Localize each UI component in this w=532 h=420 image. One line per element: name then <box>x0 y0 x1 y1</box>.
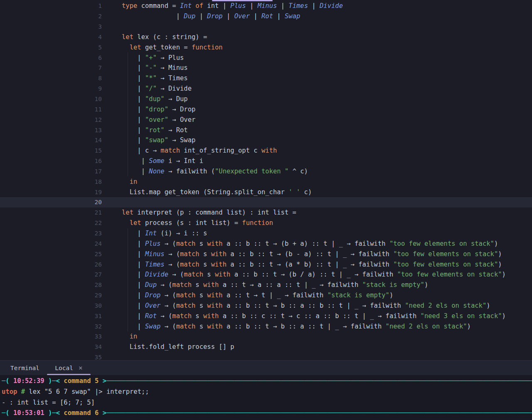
token: | <box>122 95 145 103</box>
code-line[interactable]: 19 List.map get_token (String.split_on_c… <box>0 187 532 197</box>
code-editor[interactable]: 1type command = Int of int | Plus | Minu… <box>0 0 532 360</box>
code-text: | Times → (match s with a :: b :: t → (a… <box>102 261 502 268</box>
code-line[interactable]: 31 | Rot → (match s with a :: b :: c :: … <box>0 311 532 321</box>
code-line[interactable]: 6 | "+" → Plus <box>0 52 532 63</box>
code-text: | Minus → (match s with a :: b :: t → (b… <box>102 250 502 258</box>
code-line[interactable]: 3 <box>0 22 532 32</box>
token: 10:53:01 <box>13 409 44 417</box>
token: None <box>149 168 164 175</box>
token: with <box>207 323 222 330</box>
code-text: List.map get_token (String.split_on_char… <box>102 188 312 196</box>
token: → failwith ( <box>165 168 215 175</box>
token: "swap" <box>145 136 168 144</box>
token: with <box>203 281 219 289</box>
token: int_of_string_opt c <box>180 147 261 154</box>
token: | <box>122 85 145 92</box>
line-number: 9 <box>0 85 102 92</box>
token: | <box>122 230 145 237</box>
token: i → Int i <box>165 157 203 165</box>
token: match <box>184 271 203 278</box>
code-line[interactable]: 18 in <box>0 176 532 187</box>
line-number: 8 <box>0 75 102 82</box>
code-line[interactable]: 1type command = Int of int | Plus | Minu… <box>0 1 532 11</box>
token: | <box>122 74 145 82</box>
code-line[interactable]: 32 | Swap → (match s with a :: b :: t → … <box>0 321 532 331</box>
code-line[interactable]: 26 | Times → (match s with a :: b :: t →… <box>0 259 532 269</box>
code-line[interactable]: 9 | "/" → Divide <box>0 84 532 94</box>
code-line[interactable]: 10 | "dup" → Dup <box>0 94 532 104</box>
token: Int <box>180 2 192 10</box>
code-line[interactable]: 22 let process (s : int list) = function <box>0 218 532 228</box>
code-line[interactable]: 27 | Divide → (match s with a :: b :: t … <box>0 269 532 280</box>
token: → Rot <box>165 126 188 134</box>
code-line[interactable]: 13 | "rot" → Rot <box>0 125 532 135</box>
code-text: | c → match int_of_string_opt c with <box>102 147 277 154</box>
code-line[interactable]: 34 List.fold_left process [] p <box>0 342 532 352</box>
token: | <box>122 312 145 320</box>
token: "+" <box>145 54 157 62</box>
token: Divide <box>145 271 168 278</box>
token: a :: b :: t → b :: a :: b :: t | _ → fai… <box>223 302 405 309</box>
token: > <box>99 377 106 385</box>
token: s <box>192 312 203 320</box>
token: → ( <box>165 261 180 268</box>
code-line[interactable]: 2 | Dup | Drop | Over | Rot | Swap <box>0 11 532 22</box>
token: | <box>308 2 320 10</box>
code-line[interactable]: 4let lex (c : string) = <box>0 32 532 42</box>
token: match <box>176 302 196 309</box>
code-line[interactable]: 15 | c → match int_of_string_opt c with <box>0 146 532 156</box>
token: Over <box>234 12 250 20</box>
token: a :: b :: c :: t → c :: a :: b :: t | _ … <box>219 312 420 320</box>
token: match <box>176 292 196 299</box>
code-line[interactable]: 29 | Drop → (match s with a :: t → t | _… <box>0 290 532 301</box>
code-line[interactable]: 14 | "swap" → Swap <box>0 135 532 146</box>
line-number: 5 <box>0 44 102 51</box>
token: List.fold_left process [] p <box>122 343 234 351</box>
close-icon[interactable]: × <box>79 365 83 371</box>
token: function <box>192 44 223 51</box>
token: with <box>211 261 227 268</box>
terminal-output[interactable]: ─( 10:52:39 )─< command 5 >─────────────… <box>0 375 532 420</box>
code-line[interactable]: 5 let get_token = function <box>0 42 532 52</box>
code-text: | Int (i) → i :: s <box>102 230 207 237</box>
code-line[interactable]: 23 | Int (i) → i :: s <box>0 228 532 239</box>
code-line[interactable]: 20 <box>0 197 532 208</box>
token: ) <box>502 312 506 320</box>
token: "stack is empty" <box>328 292 389 299</box>
token: s <box>195 240 207 247</box>
code-line[interactable]: 21let interpret (p : command list) : int… <box>0 208 532 218</box>
code-line[interactable]: 35 <box>0 352 532 360</box>
code-line[interactable]: 17 | None → failwith ("Unexpected token … <box>0 166 532 177</box>
code-text: | Divide → (match s with a :: b :: t → (… <box>102 271 506 278</box>
token: - : int list = [6; 7; 5] <box>2 399 95 406</box>
code-text: | Plus → (match s with a :: b :: t → (b … <box>102 240 498 247</box>
token: match <box>180 250 200 258</box>
token: ) <box>502 271 506 278</box>
code-line[interactable]: 33 in <box>0 331 532 342</box>
token: get_token = <box>141 44 192 51</box>
code-line[interactable]: 7 | "-" → Minus <box>0 63 532 73</box>
tab-local[interactable]: Local × <box>47 361 91 375</box>
code-text: | Some i → Int i <box>102 157 203 165</box>
token: | <box>122 240 145 247</box>
code-text: | Over → (match s with a :: b :: t → b :… <box>102 302 490 309</box>
token: ) <box>498 261 502 268</box>
code-line[interactable]: 25 | Minus → (match s with a :: b :: t →… <box>0 249 532 259</box>
token: a :: b :: t → (b - a) :: t | _ → failwit… <box>227 250 393 258</box>
code-line[interactable]: 24 | Plus → (match s with a :: b :: t → … <box>0 238 532 249</box>
token: "too few elements on stack" <box>389 240 494 247</box>
token: → ( <box>168 271 184 278</box>
code-line[interactable]: 8 | "*" → Times <box>0 73 532 84</box>
token: # <box>21 388 25 395</box>
prompt-rule: ────────────────────────────────────────… <box>106 377 532 385</box>
code-line[interactable]: 30 | Over → (match s with a :: b :: t → … <box>0 300 532 311</box>
token: )─< <box>44 409 64 417</box>
token: | <box>122 157 149 165</box>
token: | <box>195 12 207 20</box>
code-line[interactable]: 16 | Some i → Int i <box>0 156 532 166</box>
code-line[interactable]: 11 | "drop" → Drop <box>0 104 532 114</box>
code-line[interactable]: 28 | Dup → (match s with a :: t → a :: a… <box>0 280 532 290</box>
token: Minus <box>258 2 277 10</box>
active-tab-underline <box>47 374 91 375</box>
code-line[interactable]: 12 | "over" → Over <box>0 114 532 125</box>
